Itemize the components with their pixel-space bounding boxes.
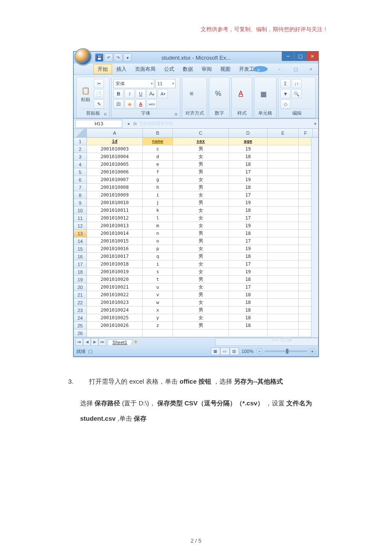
font-color-button[interactable]: A [135, 99, 146, 109]
cell[interactable]: j [143, 199, 173, 207]
doc-min-icon[interactable]: － [273, 64, 286, 74]
paste-button[interactable]: 📋 粘贴 [78, 85, 93, 103]
cut-icon[interactable]: ✂ [94, 79, 104, 88]
cell[interactable]: id [87, 138, 143, 145]
last-sheet-icon[interactable]: ⏭ [98, 338, 106, 346]
tab-data[interactable]: 数据 [179, 64, 197, 74]
column-header-B[interactable]: B [143, 129, 173, 137]
cell[interactable]: n [143, 230, 173, 237]
cell[interactable]: 2001010018 [87, 260, 143, 268]
cell[interactable]: 19 [229, 145, 268, 153]
cell[interactable]: sex [173, 138, 229, 145]
autosum-button[interactable]: Σ [280, 79, 291, 88]
cell[interactable]: 2001010017 [87, 253, 143, 260]
cell[interactable] [268, 322, 299, 330]
cells-button[interactable]: ▦ [256, 88, 271, 99]
cell[interactable] [268, 153, 299, 161]
help-icon[interactable]: ? [253, 66, 268, 72]
cell[interactable]: 男 [173, 161, 229, 168]
cell[interactable]: 男 [173, 253, 229, 260]
row-header[interactable]: 3 [74, 153, 87, 161]
cell[interactable]: u [143, 283, 173, 291]
cell[interactable] [268, 199, 299, 207]
fx-icon[interactable]: fx [133, 121, 137, 126]
cell[interactable]: 2001010004 [87, 153, 143, 161]
cell[interactable]: 18 [229, 161, 268, 168]
row-header[interactable]: 10 [74, 207, 87, 214]
row-header[interactable]: 11 [74, 214, 87, 222]
row-header[interactable]: 2 [74, 145, 87, 153]
macro-record-icon[interactable]: ▢ [88, 349, 92, 354]
cell[interactable]: 女 [173, 207, 229, 214]
cell[interactable]: 17 [229, 214, 268, 222]
cell[interactable]: 19 [229, 199, 268, 207]
office-button[interactable] [75, 48, 92, 65]
cell[interactable] [268, 299, 299, 306]
column-header-A[interactable]: A [87, 129, 143, 137]
cell[interactable]: 17 [229, 191, 268, 199]
cell[interactable]: h [143, 184, 173, 191]
cell[interactable] [268, 207, 299, 214]
cell[interactable]: 2001010009 [87, 191, 143, 199]
cell[interactable]: age [229, 138, 268, 145]
cell[interactable]: 男 [173, 230, 229, 237]
cell[interactable] [268, 138, 299, 145]
cell[interactable]: 2001010023 [87, 299, 143, 306]
cell[interactable] [268, 168, 299, 176]
cell[interactable] [268, 268, 299, 276]
name-box[interactable]: H13 [75, 120, 122, 128]
cell[interactable]: s [143, 268, 173, 276]
cell[interactable]: z [143, 322, 173, 330]
cell[interactable]: 2001010016 [87, 245, 143, 253]
row-header[interactable]: 6 [74, 176, 87, 184]
border-button[interactable]: 田 [113, 99, 124, 109]
doc-max-icon[interactable]: ▢ [289, 64, 302, 74]
cell[interactable]: k [143, 207, 173, 214]
cell[interactable]: 2001010012 [87, 214, 143, 222]
tab-page-layout[interactable]: 页面布局 [131, 64, 160, 74]
row-header[interactable]: 14 [74, 237, 87, 245]
cell[interactable]: e [143, 161, 173, 168]
row-header[interactable]: 16 [74, 253, 87, 260]
cell[interactable] [268, 222, 299, 230]
cell[interactable] [268, 253, 299, 260]
cell[interactable]: q [143, 253, 173, 260]
cancel-formula-icon[interactable]: ● [126, 121, 132, 126]
cell[interactable]: 19 [229, 222, 268, 230]
row-header[interactable]: 13 [74, 230, 87, 237]
expand-formula-icon[interactable]: ▾ [314, 121, 317, 127]
cell[interactable]: 2001010019 [87, 268, 143, 276]
cell[interactable]: 18 [229, 230, 268, 237]
row-header[interactable]: 19 [74, 276, 87, 283]
cell[interactable]: 男 [173, 306, 229, 314]
row-header[interactable]: 22 [74, 299, 87, 306]
clear-button[interactable]: ◇ [280, 99, 291, 109]
cell[interactable] [268, 184, 299, 191]
tab-view[interactable]: 视图 [216, 64, 235, 74]
cell[interactable]: p [143, 245, 173, 253]
sort-button[interactable]: ↓↑ [291, 79, 302, 88]
cell[interactable]: 18 [229, 153, 268, 161]
cell[interactable]: 17 [229, 237, 268, 245]
cell[interactable] [268, 176, 299, 184]
row-header[interactable]: 17 [74, 260, 87, 268]
row-header[interactable]: 9 [74, 199, 87, 207]
cell[interactable] [268, 191, 299, 199]
new-sheet-icon[interactable]: ✚ [134, 339, 138, 345]
cell[interactable]: 女 [173, 176, 229, 184]
cell[interactable]: 男 [173, 184, 229, 191]
cell[interactable]: 2001010008 [87, 184, 143, 191]
alignment-button[interactable]: ≡ [184, 88, 199, 99]
underline-button[interactable]: U [135, 89, 146, 98]
view-normal-icon[interactable]: ▦ [211, 347, 220, 355]
row-header[interactable]: 8 [74, 191, 87, 199]
cell[interactable] [268, 237, 299, 245]
font-name-combo[interactable]: 宋体 [113, 79, 154, 88]
italic-button[interactable]: I [124, 89, 135, 98]
row-header[interactable]: 1 [74, 138, 87, 145]
view-break-icon[interactable]: ▤ [230, 347, 239, 355]
column-header-C[interactable]: C [173, 129, 229, 137]
cell[interactable]: 18 [229, 291, 268, 299]
cell[interactable] [143, 330, 173, 337]
row-header[interactable]: 12 [74, 222, 87, 230]
